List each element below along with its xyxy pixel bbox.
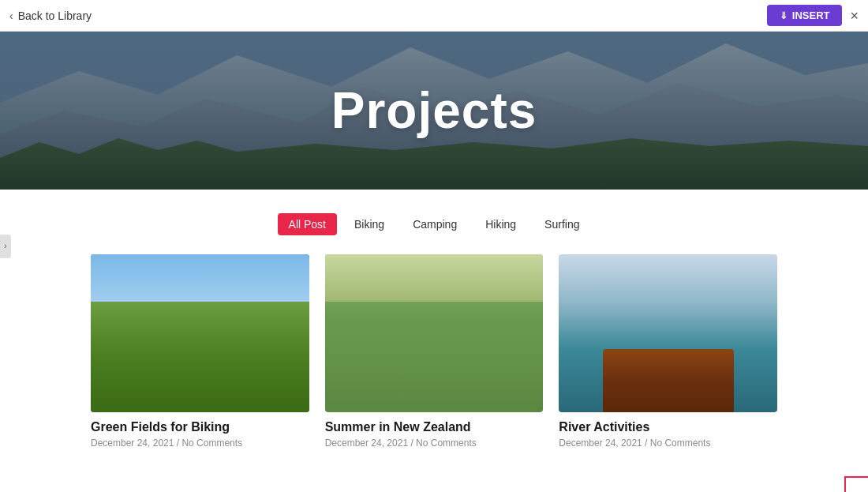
card-meta-3: December 24, 2021 / No Comments [559,438,777,449]
card-image-1 [91,254,309,412]
card-2: Summer in New ZealandDecember 24, 2021 /… [325,254,544,449]
card-title-1: Green Fields for Biking [91,420,309,434]
card-1: Green Fields for BikingDecember 24, 2021… [91,254,309,449]
close-icon: × [850,8,859,24]
close-button[interactable]: × [850,9,859,23]
card-3: River ActivitiesDecember 24, 2021 / No C… [559,254,777,449]
insert-button[interactable]: ⇓ INSERT [767,5,843,26]
card-image-2 [325,254,544,412]
insert-label: INSERT [792,9,830,21]
back-label: Back to Library [18,9,92,22]
card-meta-2: December 24, 2021 / No Comments [325,438,544,449]
top-bar-right: ⇓ INSERT × [767,5,859,26]
back-arrow-icon: ‹ [9,9,13,22]
bottom-right-indicator [844,476,868,492]
filter-btn-surfing[interactable]: Surfing [533,213,590,235]
filter-btn-all-post[interactable]: All Post [278,213,337,235]
hero-title: Projects [331,81,537,140]
hero-section: Projects [0,32,868,190]
edge-toggle[interactable]: › [0,235,11,258]
card-meta-1: December 24, 2021 / No Comments [91,438,309,449]
card-image-3 [559,254,777,412]
filter-btn-biking[interactable]: Biking [343,213,395,235]
filter-btn-hiking[interactable]: Hiking [474,213,527,235]
card-title-3: River Activities [559,420,777,434]
back-to-library-link[interactable]: ‹ Back to Library [9,9,92,22]
filter-bar: All PostBikingCampingHikingSurfing [16,213,852,235]
download-icon: ⇓ [780,10,788,21]
top-bar: ‹ Back to Library ⇓ INSERT × [0,0,868,32]
main-content: All PostBikingCampingHikingSurfing Green… [0,190,868,464]
filter-btn-camping[interactable]: Camping [402,213,468,235]
card-title-2: Summer in New Zealand [325,420,544,434]
cards-grid: Green Fields for BikingDecember 24, 2021… [91,254,777,449]
